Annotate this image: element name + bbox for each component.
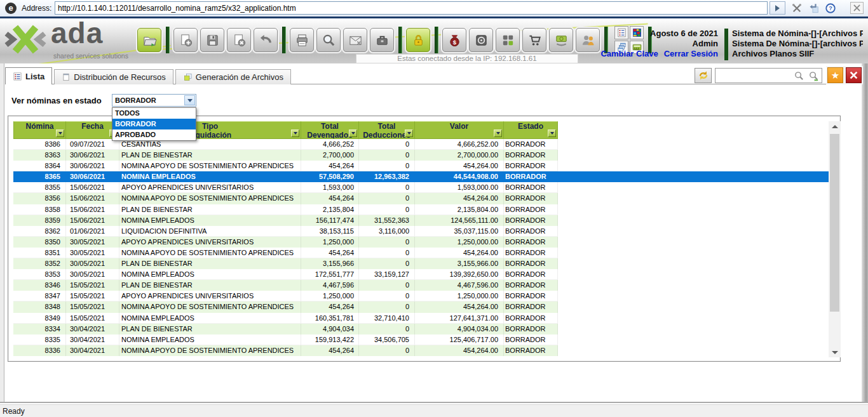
table-row-8352[interactable]: 835230/05/2021PLAN DE BIENESTAR3,155,966… — [13, 258, 829, 269]
column-filter-button[interactable] — [548, 129, 556, 137]
close-view-button[interactable] — [846, 67, 862, 83]
cell: 15/06/2021 — [66, 215, 119, 226]
vertical-scrollbar[interactable] — [829, 121, 841, 357]
cell: 30/05/2021 — [66, 258, 119, 269]
session-user: Admin — [575, 39, 718, 49]
table-row-8348[interactable]: 834815/05/2021NOMINA APOYO DE SOSTENIMIE… — [13, 301, 829, 312]
cell: 8346 — [13, 280, 66, 291]
delete-record-icon — [232, 33, 247, 48]
cerrar-sesión-link[interactable]: Cerrar Sesión — [664, 49, 718, 58]
cell: 124,565,111.00 — [415, 215, 504, 226]
column-filter-button[interactable] — [56, 129, 64, 137]
money-bag-button[interactable]: $ — [442, 28, 466, 52]
table-row-8362[interactable]: 836201/06/2021LIQUIDACION DEFINITIVA38,1… — [13, 226, 829, 237]
search-icon[interactable] — [794, 70, 804, 81]
table-row-8365[interactable]: 836530/06/2021NOMINA EMPLEADOS57,508,290… — [13, 171, 829, 182]
table-row-8349[interactable]: 834915/05/2021NOMINA EMPLEADOS160,351,78… — [13, 313, 829, 324]
cell: 1,250,000 — [301, 237, 359, 248]
cell: 454,264 — [301, 161, 359, 171]
tools-icon[interactable] — [790, 2, 804, 15]
cell: 454,264.00 — [415, 345, 504, 356]
refresh-button[interactable] — [695, 68, 712, 83]
favorite-button[interactable]: ★ — [827, 67, 843, 83]
column-filter-button[interactable] — [349, 129, 357, 137]
table-row-8334[interactable]: 833430/04/2021PLAN DE BIENESTAR4,904,034… — [13, 324, 829, 334]
tab-distribución-de-recursos[interactable]: Distribución de Recursos — [54, 69, 173, 84]
state-option-borrador[interactable]: BORRADOR — [112, 119, 196, 129]
table-row-8364[interactable]: 836430/06/2021NOMINA APOYO DE SOSTENIMIE… — [13, 161, 829, 171]
tab-generación-de-archivos[interactable]: Generación de Archivos — [175, 69, 291, 84]
cell: 15/05/2021 — [66, 301, 119, 312]
tab-label: Distribución de Recursos — [74, 72, 166, 82]
cell: BORRADOR — [504, 204, 558, 215]
cell: 454,264 — [301, 345, 359, 356]
cell: 0 — [359, 150, 415, 161]
table-row-8359[interactable]: 835915/06/2021NOMINA EMPLEADOS156,117,47… — [13, 215, 829, 226]
print-button[interactable] — [290, 28, 314, 52]
cell: BORRADOR — [504, 139, 558, 150]
modules-button[interactable] — [496, 28, 520, 52]
address-input[interactable] — [55, 1, 768, 15]
scroll-up-button[interactable] — [829, 121, 841, 131]
filter-arrow-icon — [351, 132, 355, 135]
lock-button[interactable] — [406, 28, 430, 52]
cell: 0 — [359, 182, 415, 193]
system-title-line: Sistema De Nómina-[]-[archivos Plano — [732, 39, 863, 49]
cell: 30/06/2021 — [66, 161, 119, 171]
table-row-8356[interactable]: 835615/06/2021NOMINA APOYO DE SOSTENIMIE… — [13, 193, 829, 204]
session-links: Cambiar ClaveCerrar Sesión — [575, 49, 718, 59]
doc-tab-icon — [62, 72, 71, 82]
delete-record-button[interactable] — [227, 28, 251, 52]
list-tab-icon — [13, 72, 22, 81]
cart-button[interactable] — [522, 28, 546, 52]
column-filter-button[interactable] — [405, 129, 413, 137]
cell: 1,250,000.00 — [415, 291, 504, 301]
state-select[interactable]: BORRADOR — [112, 94, 196, 107]
preview-button[interactable] — [316, 28, 341, 52]
state-option-todos[interactable]: TODOS — [112, 108, 196, 119]
state-option-aprobado[interactable]: APROBADO — [112, 129, 196, 140]
undo-button[interactable] — [254, 28, 278, 52]
state-select-value: BORRADOR — [115, 96, 156, 104]
table-row-8363[interactable]: 836330/06/2021PLAN DE BIENESTAR2,700,000… — [13, 150, 829, 161]
cell: 125,406,717.00 — [415, 334, 504, 345]
cell: 1,593,000 — [301, 182, 359, 193]
save-button[interactable] — [200, 28, 224, 52]
row-filler — [558, 237, 829, 248]
open-folder-button[interactable] — [137, 28, 161, 52]
table-row-8358[interactable]: 835815/06/2021PLAN DE BIENESTAR2,135,804… — [13, 204, 829, 215]
payment-button[interactable] — [549, 28, 573, 52]
close-icon[interactable] — [850, 2, 864, 14]
safe-button[interactable] — [469, 28, 493, 52]
search-next-icon[interactable] — [808, 70, 819, 81]
cell: 34,506,705 — [359, 334, 415, 345]
mail-button[interactable] — [343, 28, 367, 52]
table-row-8351[interactable]: 835130/05/2021NOMINA APOYO DE SOSTENIMIE… — [13, 248, 829, 258]
chevron-down-icon[interactable] — [184, 95, 195, 105]
new-record-button[interactable] — [173, 28, 198, 52]
tab-lista[interactable]: Lista — [5, 67, 52, 84]
scroll-down-button[interactable] — [829, 347, 841, 357]
cell: APOYO APRENDICES UNIVERSITARIOS — [119, 237, 301, 248]
scrollbar-thumb[interactable] — [830, 134, 839, 312]
table-row-8336[interactable]: 833630/04/2021NOMINA APOYO DE SOSTENIMIE… — [13, 345, 829, 356]
window-left-edge — [0, 63, 4, 402]
table-row-8350[interactable]: 835030/05/2021APOYO APRENDICES UNIVERSIT… — [13, 237, 829, 248]
column-filter-button[interactable] — [494, 129, 502, 137]
table-row-8355[interactable]: 835515/06/2021APOYO APRENDICES UNIVERSIT… — [13, 182, 829, 193]
column-filter-button[interactable] — [291, 129, 299, 137]
go-button[interactable] — [770, 1, 785, 15]
toolbox-button[interactable] — [370, 28, 394, 52]
cambiar-clave-link[interactable]: Cambiar Clave — [600, 49, 658, 58]
table-row-8347[interactable]: 834715/05/2021APOYO APRENDICES UNIVERSIT… — [13, 291, 829, 301]
cell: 156,117,474 — [301, 215, 359, 226]
session-block: Agosto 6 de 2021 Admin Cambiar ClaveCerr… — [575, 29, 718, 59]
search-input[interactable] — [717, 70, 792, 81]
table-row-8346[interactable]: 834615/05/2021PLAN DE BIENESTAR4,467,596… — [13, 280, 829, 291]
help-icon[interactable]: ? — [824, 2, 837, 15]
table-row-8353[interactable]: 835330/05/2021NOMINA EMPLEADOS172,551,77… — [13, 269, 829, 280]
cell: 12,963,382 — [359, 171, 415, 182]
preview-icon — [322, 33, 336, 48]
return-icon[interactable] — [806, 2, 820, 15]
table-row-8335[interactable]: 833530/04/2021NOMINA EMPLEADOS159,913,42… — [13, 334, 829, 345]
